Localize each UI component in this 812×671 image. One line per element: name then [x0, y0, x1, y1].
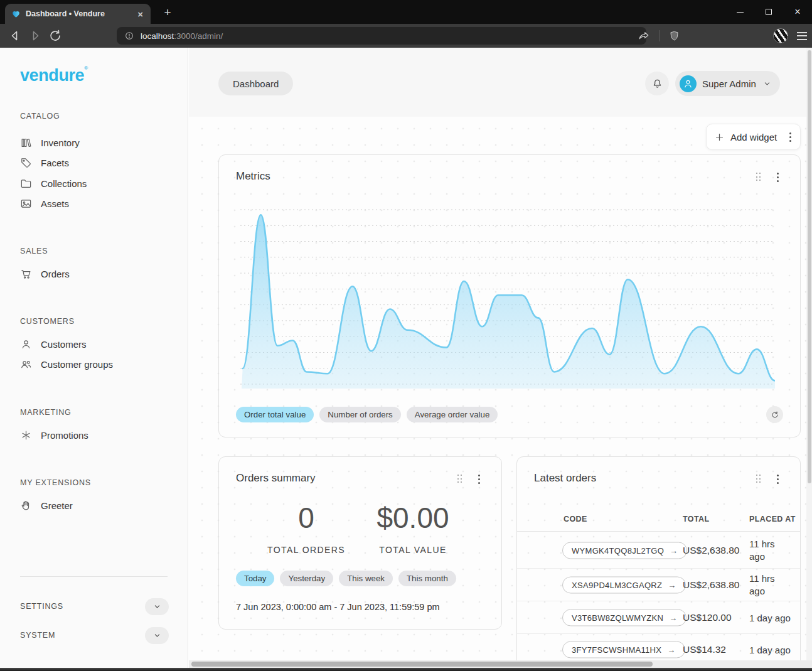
notifications-button[interactable]	[645, 72, 669, 95]
vertical-scrollbar-thumb[interactable]	[808, 50, 811, 483]
sidebar-section-settings[interactable]: SETTINGS	[0, 596, 188, 616]
brave-shield-icon[interactable]	[668, 30, 680, 42]
tab-average-order-value[interactable]: Average order value	[407, 407, 498, 422]
order-code-link[interactable]: 3FY7FSCWSHMA11HX→	[562, 641, 685, 658]
order-total: US$2,638.80	[683, 545, 740, 556]
page-header: Dashboard Super Admin	[189, 48, 806, 117]
vertical-scrollbar	[806, 48, 812, 660]
order-code-link[interactable]: WYMGK4TQQ8JL2TGQ→	[562, 542, 687, 559]
add-widget-button[interactable]: Add widget	[706, 124, 801, 150]
sidebar-item-label: Facets	[41, 158, 69, 168]
sidebar-item-label: Customers	[41, 339, 87, 350]
range-this-month[interactable]: This month	[398, 571, 456, 586]
order-placed-at: 1 day ago	[749, 612, 791, 623]
column-placed-at: PLACED AT	[749, 515, 796, 523]
sidebar: vendure® CATALOG Inventory Facets Collec…	[0, 48, 188, 668]
sidebar-item-label: Greeter	[41, 500, 73, 511]
sidebar-item-assets[interactable]: Assets	[0, 193, 188, 213]
sidebar-item-label: Customer groups	[41, 359, 113, 370]
widget-menu-icon[interactable]	[477, 473, 481, 485]
window-minimize-button[interactable]	[725, 0, 754, 24]
user-menu[interactable]: Super Admin	[675, 71, 780, 96]
back-icon[interactable]	[8, 28, 23, 43]
widget-title: Orders summary	[236, 472, 316, 485]
order-placed-at: 1 day ago	[749, 644, 791, 655]
logo-mark: ®	[84, 65, 88, 71]
breadcrumb[interactable]: Dashboard	[218, 72, 293, 95]
stat-label: TOTAL VALUE	[350, 545, 476, 555]
sidebar-item-greeter[interactable]: Greeter	[0, 495, 188, 515]
browser-profile-avatar[interactable]	[773, 28, 788, 43]
sidebar-item-label: Orders	[41, 269, 70, 279]
browser-tab[interactable]: Dashboard • Vendure ×	[5, 4, 151, 24]
sidebar-item-facets[interactable]: Facets	[0, 153, 188, 173]
avatar	[680, 75, 697, 92]
system-expand-button[interactable]	[145, 627, 169, 644]
chart-area	[242, 215, 775, 389]
sidebar-item-customers[interactable]: Customers	[0, 334, 188, 354]
vendure-logo[interactable]: vendure®	[20, 65, 88, 85]
widget-menu-icon[interactable]	[776, 473, 780, 485]
range-today[interactable]: Today	[236, 571, 274, 586]
sidebar-item-label: Inventory	[41, 137, 80, 148]
dashboard-content: Add widget Metrics Order total value	[189, 117, 806, 660]
sidebar-item-customer-groups[interactable]: Customer groups	[0, 354, 188, 374]
forward-icon[interactable]	[28, 28, 43, 43]
tab-order-total-value[interactable]: Order total value	[236, 407, 314, 422]
horizontal-scrollbar-thumb[interactable]	[191, 662, 653, 667]
drag-handle-icon[interactable]	[756, 475, 762, 483]
browser-menu-icon[interactable]	[797, 32, 807, 40]
refresh-button[interactable]	[766, 406, 783, 423]
tab-close-icon[interactable]: ×	[136, 9, 144, 19]
browser-tabstrip: Dashboard • Vendure × + ×	[0, 0, 812, 24]
order-total: US$14.32	[683, 644, 726, 655]
sidebar-item-label: Collections	[41, 178, 87, 189]
order-placed-at: 11 hrs ago	[749, 572, 788, 598]
main-pane: Dashboard Super Admin Add widget Metrics	[189, 48, 812, 671]
range-this-week[interactable]: This week	[339, 571, 393, 586]
table-row: 3FY7FSCWSHMA11HX→ US$14.32 1 day ago	[517, 634, 800, 660]
sidebar-section-catalog: CATALOG	[20, 112, 60, 121]
stat-total-value: $0.00 TOTAL VALUE	[350, 501, 476, 555]
sidebar-item-collections[interactable]: Collections	[0, 173, 188, 193]
sidebar-item-promotions[interactable]: Promotions	[0, 425, 188, 445]
new-tab-button[interactable]: +	[161, 6, 174, 19]
drag-handle-icon[interactable]	[457, 475, 463, 483]
browser-toolbar: localhost:3000/admin/	[0, 24, 812, 48]
user-icon	[20, 338, 32, 350]
table-header: CODE TOTAL PLACED AT	[517, 515, 801, 532]
range-yesterday[interactable]: Yesterday	[280, 571, 333, 586]
sidebar-section-system[interactable]: SYSTEM	[0, 625, 188, 645]
settings-expand-button[interactable]	[145, 598, 169, 615]
order-code-link[interactable]: V3T6BW8ZQLWMYZKN→	[562, 609, 686, 626]
site-info-icon[interactable]	[124, 31, 134, 41]
metrics-area-chart	[240, 207, 775, 389]
window-maximize-button[interactable]	[754, 0, 783, 24]
url-host: localhost	[141, 31, 174, 41]
sidebar-section-customers: CUSTOMERS	[20, 317, 75, 326]
order-placed-at: 11 hrs ago	[749, 537, 788, 563]
sidebar-section-my-extensions: MY EXTENSIONS	[20, 478, 91, 487]
window-close-button[interactable]: ×	[783, 0, 812, 24]
chevron-down-icon	[152, 602, 162, 611]
horizontal-scrollbar	[189, 660, 812, 668]
image-icon	[20, 198, 32, 210]
reload-icon[interactable]	[48, 28, 63, 43]
arrow-right-icon: →	[668, 580, 676, 589]
tab-number-of-orders[interactable]: Number of orders	[319, 407, 400, 422]
asterisk-icon	[20, 429, 32, 441]
sidebar-item-orders[interactable]: Orders	[0, 264, 188, 284]
period-text: 7 Jun 2023, 0:00:00 am - 7 Jun 2023, 11:…	[236, 602, 440, 612]
order-code-link[interactable]: XSA9PD4LM3CGAQRZ→	[562, 576, 686, 593]
drag-handle-icon[interactable]	[756, 173, 762, 181]
share-icon[interactable]	[638, 30, 650, 42]
url-bar[interactable]: localhost:3000/admin/	[117, 27, 646, 45]
url-path: :3000/admin/	[174, 31, 223, 41]
sidebar-item-inventory[interactable]: Inventory	[0, 132, 188, 153]
range-chips: Today Yesterday This week This month	[236, 571, 456, 586]
widget-menu-icon[interactable]	[776, 171, 780, 183]
add-widget-menu-icon[interactable]	[788, 131, 793, 143]
sidebar-section-sales: SALES	[20, 247, 48, 255]
toolbar-divider	[659, 30, 660, 41]
order-total: US$2,638.80	[683, 579, 740, 591]
